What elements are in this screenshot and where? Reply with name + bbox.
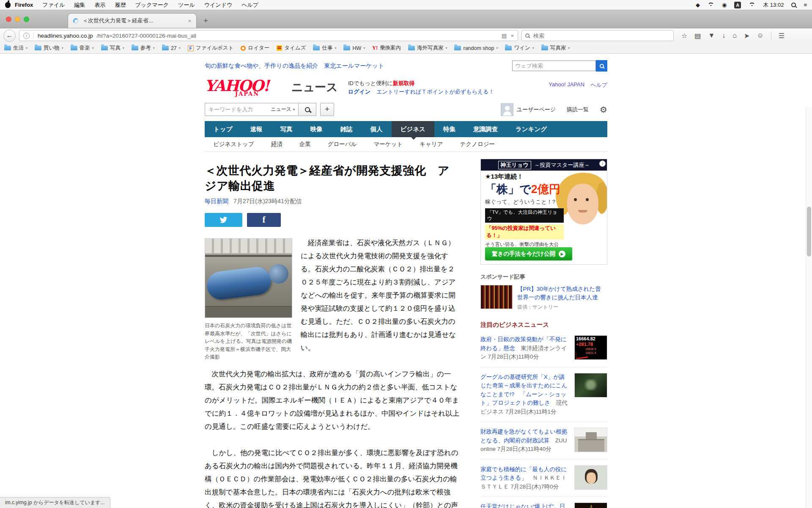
web-search-button[interactable] bbox=[596, 60, 607, 72]
sponsored-item[interactable]: 【PR】30年かけて熟成された音 世界一の響きに挑んだ日本人達 提供：サントリー bbox=[480, 285, 607, 311]
campaign-link[interactable]: エントリーすればＴポイントが必ずもらえる！ bbox=[376, 88, 494, 95]
tab-feature[interactable]: 特集 bbox=[434, 121, 464, 137]
news-item[interactable]: 政府・日銀の政策発動が「不発に終わる」懸念 東洋経済オンライン 7月28日(木)… bbox=[480, 330, 607, 367]
home-icon[interactable]: ⌂ bbox=[732, 32, 737, 39]
creative-cloud-icon[interactable]: ◉ bbox=[722, 2, 727, 8]
subtab-career[interactable]: キャリア bbox=[411, 137, 451, 152]
bookmark-star-icon[interactable]: ☆ bbox=[681, 32, 687, 40]
add-search-tab-button[interactable]: + bbox=[320, 103, 334, 116]
url-bar[interactable]: i headlines.yahoo.co.jp/hl?a=20160727-00… bbox=[19, 30, 518, 41]
bookmark-folder-overseas-photographers[interactable]: 海外写真家▾ bbox=[408, 44, 447, 52]
bookmark-folder-photo[interactable]: 写真▾ bbox=[101, 44, 124, 52]
login-link[interactable]: ログイン bbox=[348, 88, 370, 95]
subtab-technology[interactable]: テクノロジー bbox=[452, 137, 504, 152]
apple-logo-icon[interactable] bbox=[5, 2, 11, 8]
ad-banner[interactable]: 神王リョウ ～投資マスター講座～ i ★13年連続！ 「株」で2億円 稼ぐって、… bbox=[480, 159, 607, 265]
reader-mode-icon[interactable]: ▤ bbox=[502, 33, 507, 39]
ad-info-icon[interactable]: i bbox=[599, 160, 606, 167]
bookmarks-panel-icon[interactable]: ▤ bbox=[694, 32, 701, 40]
tab-close-icon[interactable]: × bbox=[188, 18, 191, 24]
subtab-company[interactable]: 企業 bbox=[291, 137, 319, 152]
tab-photo[interactable]: 写真 bbox=[272, 121, 302, 137]
close-window-button[interactable] bbox=[6, 17, 11, 22]
menubar-clock[interactable]: 木 13:02 bbox=[763, 1, 784, 9]
back-button[interactable]: ← bbox=[3, 30, 16, 42]
menu-tools[interactable]: ツール bbox=[178, 1, 195, 9]
page-info-icon[interactable]: i bbox=[23, 33, 30, 39]
browser-search-box[interactable] bbox=[521, 30, 674, 41]
article-photo[interactable] bbox=[205, 238, 292, 318]
stop-loading-icon[interactable]: × bbox=[510, 33, 514, 39]
subtab-business-top[interactable]: ビジネストップ bbox=[205, 137, 263, 152]
page-scrollbar[interactable] bbox=[806, 108, 812, 508]
keyword-search-box[interactable]: ニュース▾ bbox=[205, 103, 299, 116]
spotlight-icon[interactable] bbox=[791, 3, 796, 7]
dropbox-icon[interactable]: ◆ bbox=[696, 2, 700, 8]
wifi-icon[interactable] bbox=[749, 3, 755, 8]
news-item[interactable]: 家庭でも積極的に「最も人の役に立つよう生きる」 ＮＩＫＫＥＩ ＳＴＹＬＥ 7月2… bbox=[480, 460, 607, 497]
downloads-icon[interactable]: ↓ bbox=[722, 32, 725, 39]
bookmark-folder-random-shop[interactable]: random shop▾ bbox=[454, 45, 498, 51]
sponsored-link[interactable]: 【PR】30年かけて熟成された音 世界一の響きに挑んだ日本人達 bbox=[517, 285, 607, 302]
news-link[interactable]: グーグルの基礎研究所「X」が講じた奇策～成果を出すためにこんなことまで!? 「ム… bbox=[480, 374, 567, 406]
new-tab-button[interactable]: + bbox=[197, 13, 215, 28]
subscriptions-link[interactable]: 購読一覧 bbox=[567, 106, 589, 113]
subtab-economy[interactable]: 経済 bbox=[263, 137, 291, 152]
subtab-market[interactable]: マーケット bbox=[365, 137, 411, 152]
bookmark-times[interactable]: タイムズ bbox=[277, 44, 306, 52]
tab-top[interactable]: トップ bbox=[205, 121, 241, 137]
news-link[interactable]: 財政再建を急がなくてもよい根拠となる、内閣府の財政試算 bbox=[480, 428, 567, 444]
news-item[interactable]: 任天堂だけじゃない“爆上げ”。日新電機株の驚愕上昇率 投信1 7月28日(木)1… bbox=[480, 497, 607, 508]
tab-business[interactable]: ビジネス bbox=[392, 121, 434, 137]
facebook-share-button[interactable]: f bbox=[247, 213, 281, 227]
news-item[interactable]: グーグルの基礎研究所「X」が講じた奇策～成果を出すためにこんなことまで!? 「ム… bbox=[480, 367, 607, 422]
bookmark-folder-shopping[interactable]: 買い物▾ bbox=[35, 44, 63, 52]
bookmark-folder-27[interactable]: 27▾ bbox=[162, 45, 181, 51]
bookmark-folder-hw[interactable]: HW▾ bbox=[343, 45, 365, 51]
notification-center-icon[interactable]: ≡ bbox=[804, 2, 807, 8]
search-scope-select[interactable]: ニュース▾ bbox=[267, 106, 298, 113]
news-item[interactable]: 財政再建を急がなくてもよい根拠となる、内閣府の財政試算 ZUU online 7… bbox=[480, 422, 607, 460]
gear-icon[interactable]: ⚙ bbox=[600, 105, 607, 115]
menu-help[interactable]: ヘルプ bbox=[241, 1, 258, 9]
wifi-transfer-icon[interactable] bbox=[708, 3, 714, 8]
tab-ranking[interactable]: ランキング bbox=[507, 121, 556, 137]
news-search-button[interactable] bbox=[299, 103, 316, 116]
bookmark-folder-music[interactable]: 音楽▾ bbox=[71, 44, 94, 52]
news-link[interactable]: 任天堂だけじゃない“爆上げ”。日新電機株の驚愕上昇率 bbox=[480, 503, 565, 508]
menu-window[interactable]: ウインドウ bbox=[204, 1, 233, 9]
bookmark-folder-life[interactable]: 生活▾ bbox=[4, 44, 27, 52]
menu-bookmarks[interactable]: ブックマーク bbox=[135, 1, 169, 9]
tab-video[interactable]: 映像 bbox=[302, 121, 332, 137]
id-register-link[interactable]: 新規取得 bbox=[392, 80, 414, 86]
emoji-addon-icon[interactable]: ☺ bbox=[757, 32, 763, 39]
twitter-share-button[interactable] bbox=[205, 213, 242, 227]
help-link[interactable]: ヘルプ bbox=[590, 81, 607, 89]
menu-view[interactable]: 表示 bbox=[95, 1, 106, 9]
web-search-input[interactable] bbox=[512, 61, 596, 71]
keyword-input[interactable] bbox=[205, 106, 267, 113]
tab-personal[interactable]: 個人 bbox=[362, 121, 392, 137]
user-page-link[interactable]: ユーザーページ bbox=[501, 103, 556, 116]
menu-history[interactable]: 履歴 bbox=[115, 1, 126, 9]
yahoo-logo[interactable]: YAHOO! JAPAN bbox=[205, 78, 291, 97]
scrollbar-thumb[interactable] bbox=[807, 207, 811, 257]
menu-edit[interactable]: 編集 bbox=[74, 1, 85, 9]
tab-poll[interactable]: 意識調査 bbox=[464, 121, 507, 137]
bookmark-folder-wine[interactable]: ワイン▾ bbox=[505, 44, 534, 52]
zoom-window-button[interactable] bbox=[24, 17, 29, 22]
hamburger-menu-icon[interactable]: ☰ bbox=[779, 32, 785, 40]
bookmark-filepost[interactable]: Fファイルポスト bbox=[188, 44, 234, 52]
yahoo-japan-link[interactable]: Yahoo! JAPAN bbox=[549, 81, 584, 89]
tab-flash[interactable]: 速報 bbox=[241, 121, 272, 137]
minimize-window-button[interactable] bbox=[15, 17, 20, 22]
article-source-link[interactable]: 毎日新聞 bbox=[205, 198, 228, 204]
promo-link[interactable]: 旬の新鮮な食べ物や、手作りの逸品を紹介 東北エールマーケット bbox=[205, 62, 384, 70]
bookmark-folder-photographers[interactable]: 写真家▾ bbox=[541, 44, 570, 52]
subtab-global[interactable]: グローバル bbox=[319, 137, 365, 152]
bookmark-folder-work[interactable]: 仕事▾ bbox=[313, 44, 336, 52]
menu-file[interactable]: ファイル bbox=[42, 1, 65, 9]
browser-tab[interactable]: ＜次世代火力発電＞経産省... × bbox=[68, 13, 197, 28]
tab-magazine[interactable]: 雑誌 bbox=[332, 121, 362, 137]
bookmark-folder-reference[interactable]: 参考▾ bbox=[132, 44, 155, 52]
